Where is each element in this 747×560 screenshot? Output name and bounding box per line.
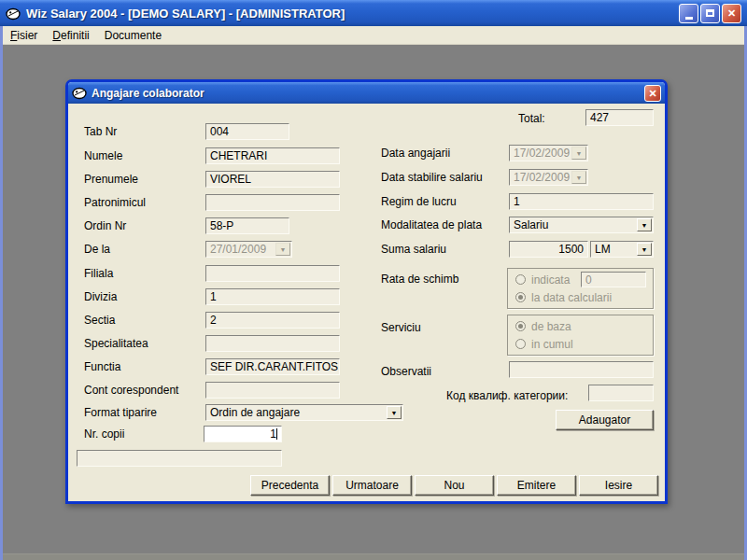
dialog-close-icon: ✕: [648, 88, 656, 99]
la-data-calcularii-radio-label: la data calcularii: [531, 291, 612, 304]
numele-label: Numele: [84, 149, 122, 162]
close-icon: ✕: [727, 7, 736, 20]
data-stabilire-datepicker: 17/02/2009 ▼: [509, 169, 588, 186]
observatii-field[interactable]: [509, 361, 654, 378]
text-caret: [276, 428, 277, 440]
maximize-button[interactable]: [700, 4, 720, 23]
menu-fisier[interactable]: Fisier: [3, 27, 45, 44]
status-strip: [3, 553, 744, 560]
divizia-label: Divizia: [84, 290, 117, 303]
rata-schimb-group: indicata 0 la data calcularii: [507, 268, 654, 309]
regim-lucru-field[interactable]: 1: [509, 193, 654, 210]
in-cumul-radio-label: in cumul: [531, 338, 573, 351]
cod-calificare-field[interactable]: [588, 385, 654, 401]
rata-schimb-label: Rata de schimb: [381, 273, 458, 286]
app-icon: [6, 7, 21, 21]
nr-copii-label: Nr. copii: [84, 427, 124, 441]
modalitate-plata-dropdown-icon[interactable]: ▼: [637, 218, 652, 231]
tab-nr-label: Tab Nr: [84, 125, 117, 138]
adaugator-button[interactable]: Adaugator: [556, 410, 654, 430]
menu-definitii[interactable]: Definitii: [45, 27, 96, 44]
sectia-field[interactable]: 2: [205, 312, 340, 329]
observatii-label: Observatii: [381, 365, 431, 378]
data-angajarii-label: Data angajarii: [381, 147, 450, 160]
format-tiparire-label: Format tiparire: [84, 406, 157, 419]
indicata-radio-label: indicata: [531, 273, 570, 287]
modalitate-plata-label: Modalitatea de plata: [381, 218, 482, 231]
sectia-label: Sectia: [84, 314, 115, 327]
dialog-titlebar: Angajare colaborator ✕: [68, 82, 665, 104]
de-baza-radio: [515, 321, 526, 331]
total-field: 427: [585, 109, 654, 126]
currency-combobox[interactable]: LM ▼: [590, 241, 654, 258]
cont-corespondent-label: Cont corespondent: [84, 384, 178, 397]
menu-documente[interactable]: Documente: [97, 27, 169, 44]
iesire-button[interactable]: Iesire: [579, 475, 658, 496]
nr-copii-field[interactable]: 1: [204, 426, 282, 442]
nou-button[interactable]: Nou: [415, 475, 494, 496]
data-angajarii-dropdown-icon: ▼: [571, 147, 586, 160]
maximize-icon: [706, 9, 714, 17]
filiala-field[interactable]: [205, 265, 340, 282]
patronimicul-field[interactable]: [205, 194, 340, 211]
menu-bar: Fisier Definitii Documente: [3, 26, 744, 45]
minimize-icon: [685, 17, 693, 20]
data-stabilire-label: Data stabilire salariu: [381, 171, 483, 184]
indicata-radio: [515, 274, 526, 285]
prenumele-field[interactable]: VIOREL: [205, 171, 340, 188]
urmatoare-button[interactable]: Urmatoare: [332, 475, 412, 496]
format-tiparire-dropdown-icon[interactable]: ▼: [387, 406, 402, 419]
cont-corespondent-field[interactable]: [205, 382, 340, 399]
precedenta-button[interactable]: Precedenta: [250, 475, 330, 496]
suma-salariu-field[interactable]: 1500: [509, 241, 588, 258]
format-tiparire-combobox[interactable]: Ordin de angajare ▼: [205, 404, 403, 421]
dialog-angajare-colaborator: Angajare colaborator ✕ Total: 427 Tab Nr…: [65, 79, 668, 504]
suma-salariu-label: Suma salariu: [381, 243, 446, 256]
total-label: Total:: [518, 112, 545, 125]
window-titlebar: Wiz Salary 2004 - [DEMO SALARY] - [ADMIN…: [0, 0, 747, 26]
ordin-nr-field[interactable]: 58-P: [205, 217, 289, 234]
de-la-label: De la: [84, 243, 110, 256]
in-cumul-radio: [515, 339, 526, 349]
prenumele-label: Prenumele: [84, 173, 138, 186]
filiala-label: Filiala: [84, 267, 113, 280]
indicata-value-field: 0: [581, 272, 646, 287]
app-window: { "window": { "title": "Wiz Salary 2004 …: [0, 0, 747, 560]
patronimicul-label: Patronimicul: [84, 196, 146, 209]
de-baza-radio-label: de baza: [531, 320, 571, 333]
cod-calificare-label: Код квалиф. категории:: [446, 389, 568, 402]
specialitatea-label: Specialitatea: [84, 337, 148, 350]
de-la-datepicker: 27/01/2009 ▼: [205, 241, 292, 258]
dialog-title: Angajare colaborator: [92, 87, 640, 100]
emitere-button[interactable]: Emitere: [497, 475, 576, 496]
modalitate-plata-combobox[interactable]: Salariu ▼: [509, 217, 654, 233]
data-angajarii-datepicker: 17/02/2009 ▼: [509, 145, 588, 161]
serviciu-label: Serviciu: [381, 321, 421, 334]
dialog-close-button[interactable]: ✕: [644, 85, 661, 102]
specialitatea-field[interactable]: [205, 335, 340, 352]
minimize-button[interactable]: [679, 4, 698, 23]
dialog-icon: [72, 86, 87, 100]
ordin-nr-label: Ordin Nr: [84, 219, 126, 232]
serviciu-group: de baza in cumul: [507, 315, 654, 356]
data-stabilire-dropdown-icon: ▼: [571, 171, 586, 184]
divizia-field[interactable]: 1: [205, 288, 340, 305]
tab-nr-field[interactable]: 004: [205, 123, 289, 140]
close-button[interactable]: ✕: [722, 4, 741, 23]
functia-field[interactable]: SEF DIR.CARANT.FITOS: [205, 358, 340, 375]
window-title: Wiz Salary 2004 - [DEMO SALARY] - [ADMIN…: [26, 7, 673, 21]
currency-dropdown-icon[interactable]: ▼: [637, 243, 652, 256]
functia-label: Functia: [84, 360, 120, 373]
la-data-calcularii-radio: [515, 292, 526, 302]
regim-lucru-label: Regim de lucru: [381, 195, 457, 208]
de-la-dropdown-icon: ▼: [275, 243, 290, 256]
numele-field[interactable]: CHETRARI: [205, 147, 340, 164]
note-field: [77, 450, 282, 467]
